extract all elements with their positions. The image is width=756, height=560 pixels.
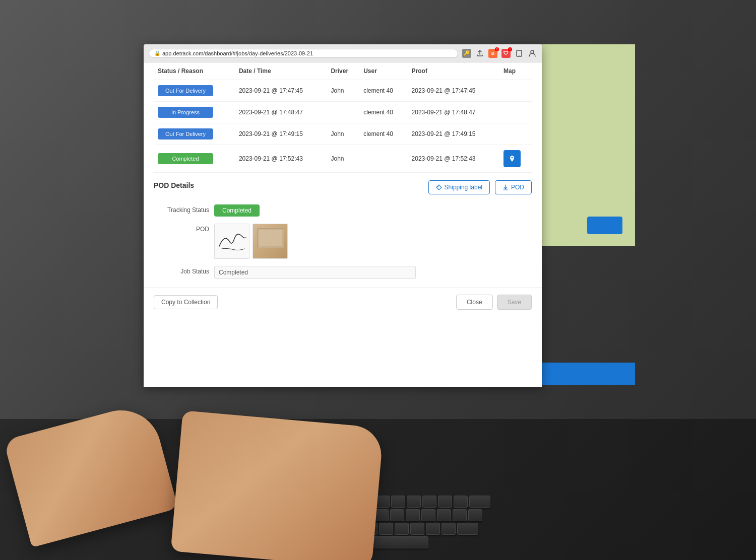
col-status: Status / Reason [154, 62, 235, 80]
datetime-cell: 2023-09-21 @ 17:52:43 [235, 145, 327, 173]
key [454, 496, 468, 508]
key-row-4 [25, 536, 731, 548]
lock-icon: 🔒 [154, 50, 160, 56]
pod-download-button[interactable]: POD [495, 180, 532, 194]
svg-point-2 [531, 50, 534, 53]
form-bottom-actions: Copy to Collection Close Save [144, 287, 542, 310]
shipping-label-button[interactable]: Shipping label [428, 180, 490, 194]
proof-cell: 2023-09-21 @ 17:52:43 [408, 145, 500, 173]
status-history-table: Status / Reason Date / Time Driver User … [144, 62, 542, 173]
tracking-status-row: Tracking Status Completed [154, 204, 532, 217]
shield-icon[interactable]: 🛡 ! [501, 49, 511, 58]
map-action-button[interactable] [587, 217, 622, 234]
proof-cell: 2023-09-21 @ 17:48:47 [408, 102, 500, 123]
shield-badge: ! [508, 47, 512, 51]
shipping-label-text: Shipping label [445, 184, 482, 191]
map-panel [534, 44, 635, 246]
browser-toolbar: 🔒 app.detrack.com/dashboard/#/jobs/day-d… [144, 44, 542, 62]
proof-cell: 2023-09-21 @ 17:49:15 [408, 123, 500, 145]
share-icon[interactable] [475, 49, 484, 58]
key [390, 509, 404, 521]
status-cell: Out For Delivery [154, 123, 235, 145]
job-status-value [214, 266, 532, 279]
pod-package-image[interactable] [253, 224, 288, 259]
proof-cell: 2023-09-21 @ 17:47:45 [408, 80, 500, 102]
key-icon[interactable]: 🔑 [462, 49, 471, 58]
key [395, 523, 409, 535]
extension-icon[interactable]: B 2 [488, 49, 497, 58]
table-row: In Progress 2023-09-21 @ 17:48:47 clemen… [154, 102, 532, 123]
tablet-icon[interactable] [515, 49, 524, 58]
table-row: Out For Delivery 2023-09-21 @ 17:49:15 J… [154, 123, 532, 145]
map-cell [499, 80, 532, 102]
form-action-buttons: Close Save [456, 295, 532, 310]
key [379, 523, 393, 535]
driver-cell [327, 102, 359, 123]
pod-action-buttons: Shipping label POD [428, 180, 532, 194]
key [426, 523, 440, 535]
profile-icon[interactable] [528, 49, 537, 58]
col-proof: Proof [408, 62, 500, 80]
col-datetime: Date / Time [235, 62, 327, 80]
key-row-3 [25, 523, 731, 535]
job-status-label: Job Status [154, 266, 209, 275]
driver-cell: John [327, 145, 359, 173]
job-status-row: Job Status [154, 266, 532, 279]
tracking-status-value: Completed [214, 204, 532, 217]
hand-right [171, 410, 384, 560]
status-cell: Completed [154, 145, 235, 173]
status-badge-in-progress: In Progress [158, 107, 213, 118]
map-location-button[interactable] [503, 150, 521, 167]
col-driver: Driver [327, 62, 359, 80]
pod-btn-text: POD [511, 184, 524, 191]
driver-cell: John [327, 80, 359, 102]
datetime-cell: 2023-09-21 @ 17:48:47 [235, 102, 327, 123]
key [457, 523, 478, 535]
key [438, 496, 452, 508]
pod-images-row: POD [154, 224, 532, 259]
copy-to-collection-button[interactable]: Copy to Collection [154, 295, 218, 309]
pod-images-container [214, 224, 532, 259]
url-text: app.detrack.com/dashboard/#/jobs/day-del… [162, 50, 313, 56]
download-icon [502, 184, 509, 190]
user-cell [359, 145, 407, 173]
datetime-cell: 2023-09-21 @ 17:49:15 [235, 123, 327, 145]
save-button[interactable]: Save [497, 295, 532, 310]
svg-point-3 [512, 157, 513, 159]
pod-label: POD [154, 224, 209, 233]
pod-form: Tracking Status Completed POD [154, 204, 532, 279]
tag-icon [436, 184, 442, 190]
key [407, 496, 421, 508]
map-cell [499, 123, 532, 145]
key [421, 509, 435, 521]
key [410, 523, 424, 535]
map-bottom-button[interactable] [534, 363, 635, 385]
pod-section-title: POD Details [154, 181, 194, 189]
table-row: Out For Delivery 2023-09-21 @ 17:47:45 J… [154, 80, 532, 102]
col-user: User [359, 62, 407, 80]
col-map: Map [499, 62, 532, 80]
map-cell[interactable] [499, 145, 532, 173]
key [422, 496, 436, 508]
datetime-cell: 2023-09-21 @ 17:47:45 [235, 80, 327, 102]
user-cell: clement 40 [359, 80, 407, 102]
url-bar[interactable]: 🔒 app.detrack.com/dashboard/#/jobs/day-d… [149, 49, 458, 58]
driver-cell: John [327, 123, 359, 145]
job-status-input[interactable] [214, 266, 416, 279]
key [469, 496, 490, 508]
browser-actions: 🔑 B 2 🛡 ! [462, 49, 537, 58]
key [437, 509, 451, 521]
browser-content: Status / Reason Date / Time Driver User … [144, 62, 542, 387]
map-cell [499, 102, 532, 123]
notification-badge: 2 [495, 47, 499, 51]
pod-signature-image[interactable] [214, 224, 249, 259]
svg-point-4 [437, 186, 438, 187]
close-button[interactable]: Close [456, 295, 493, 310]
tracking-status-label: Tracking Status [154, 204, 209, 214]
key [374, 509, 389, 521]
user-cell: clement 40 [359, 102, 407, 123]
status-badge-out-for-delivery-2: Out For Delivery [158, 128, 213, 139]
status-cell: Out For Delivery [154, 80, 235, 102]
key [453, 509, 467, 521]
key [391, 496, 405, 508]
